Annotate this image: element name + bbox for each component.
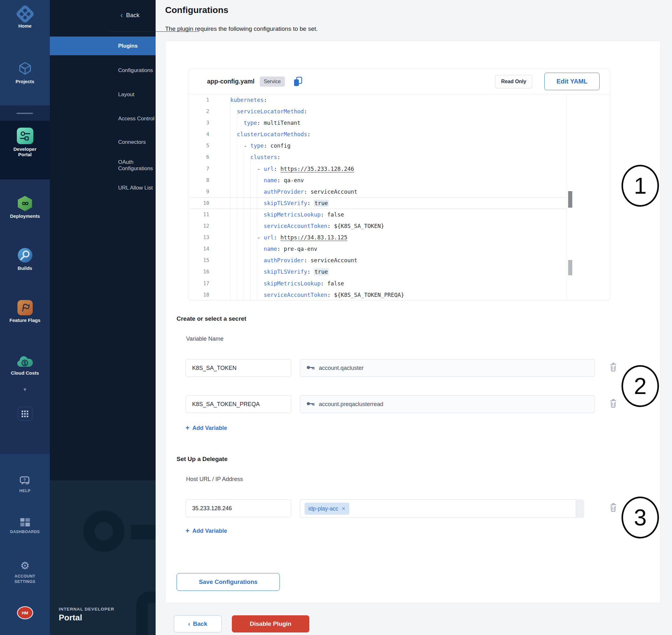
rail-item-deployments[interactable]: Deployments [0,196,50,219]
delegate-tag-label: idp-play-acc [308,505,338,512]
code-text: type: multiTenant [220,117,300,129]
line-number: 11 [188,209,220,220]
sidebar-item-connectors[interactable]: Connectors [50,135,156,150]
sidebar-item-label: Access Control [118,115,154,122]
sidebar-item-url-allow-list[interactable]: URL Allow List [50,180,156,196]
host-url-input[interactable] [186,499,291,517]
line-number: 12 [188,220,220,232]
code-text: serviceAccountToken: ${K8S_SA_TOKEN} [220,220,384,232]
delegate-tag-chip[interactable]: idp-play-acc✕ [305,503,349,514]
delete-delegate-row-icon[interactable] [609,503,618,512]
code-text: name: qa-env [220,175,304,186]
tag-field-end-addon [576,500,583,518]
add-variable-delegate-link[interactable]: + Add Variable [186,527,227,535]
rail-item-label: Home [0,23,50,28]
code-text: - url: https://35.233.128.246 [220,163,354,175]
rail-item-help[interactable]: ?HELP [0,476,50,494]
rail-item-projects[interactable]: Projects [0,61,50,84]
yaml-key: type [250,143,264,149]
line-number: 2 [188,106,220,117]
yaml-value: false [327,212,344,218]
code-line-3: 3 type: multiTenant [188,117,610,129]
yaml-value: pre-qa-env [284,246,317,252]
yaml-value: ${K8S_SA_TOKEN_PREQA} [334,292,404,298]
rail-item-label: Cloud Costs [0,370,50,376]
yaml-key: clusters [250,154,277,160]
cloud-costs-icon: $ [0,355,50,368]
yaml-value: qa-env [284,177,304,183]
yaml-key: serviceAccountToken [264,223,327,229]
yaml-filename: app-config.yaml [207,78,255,85]
sidebar-back-link[interactable]: ‹ Back [121,12,139,19]
edit-yaml-button[interactable]: Edit YAML [544,73,600,90]
rail-item-label: Feature Flags [0,318,50,323]
delegate-section-heading: Set Up a Delegate [177,456,228,463]
yaml-key: skipMetricsLookup [264,212,321,218]
rail-item-cloud-costs[interactable]: $Cloud Costs [0,355,50,376]
plus-icon: + [186,424,190,432]
delete-secret-row-icon[interactable] [609,398,618,408]
chevron-down-icon: ▼ [23,387,27,392]
rail-item-developer-portal[interactable]: DeveloperPortal [0,128,50,157]
copy-icon[interactable] [293,76,303,87]
rail-item-label: ACCOUNTSETTINGS [0,574,50,585]
yaml-value: multiTenant [264,120,300,126]
yaml-value: https://35.233.128.246 [280,166,354,172]
chevron-left-icon: ‹ [121,12,123,19]
rail-expand-chevron[interactable]: ▼ [0,387,50,392]
code-line-5: 5 - type: config [188,140,610,151]
yaml-code-area[interactable]: 1kubernetes:2 serviceLocatorMethod:3 typ… [188,94,610,300]
sidebar-item-label: Connectors [118,139,146,146]
user-avatar[interactable]: HM [0,607,50,618]
add-variable-secret-link[interactable]: + Add Variable [186,424,227,432]
scrollbar-mark-line16[interactable] [568,260,572,275]
rail-item-dashboards[interactable]: DASHBOARDS [0,518,50,535]
code-text: kubernetes: [220,94,267,106]
code-line-8: 8 name: qa-env [188,175,610,186]
line-number: 4 [188,129,220,140]
code-line-11: 11 skipMetricsLookup: false [188,209,610,220]
line-number: 18 [188,289,220,300]
secret-reference-field[interactable]: account.preqaclusterread [300,395,595,413]
save-configurations-button[interactable]: Save Configurations [177,573,280,591]
rail-collapse-handle[interactable] [17,113,33,114]
code-line-14: 14 name: pre-qa-env [188,243,610,255]
back-button[interactable]: ‹Back [174,615,222,632]
scrollbar-mark-line10[interactable] [568,191,572,207]
secret-variable-name-input[interactable] [186,359,291,377]
plus-icon: + [186,527,190,535]
dashboard-icon [0,518,50,527]
code-line-4: 4 clusterLocatorMethods: [188,129,610,140]
line-number: 17 [188,278,220,289]
rail-item-home[interactable]: Home [0,7,50,28]
module-picker-button[interactable] [0,407,50,421]
configurations-card: app-config.yaml Service Read Only Edit Y… [165,41,660,603]
rail-item-label: DeveloperPortal [0,146,50,157]
code-text: - url: https://34.83.13.125 [220,232,347,243]
secret-variable-name-input[interactable] [186,395,291,413]
rail-item-feature-flags[interactable]: Feature Flags [0,300,50,323]
delegate-tags-field[interactable]: idp-play-acc✕ [300,499,584,518]
sidebar-item-plugins[interactable]: Plugins [50,37,156,55]
sidebar-item-label: Plugins [118,43,137,49]
code-text: skipTLSVerify: true [220,266,329,278]
yaml-value: false [327,280,344,287]
read-only-button[interactable]: Read Only [495,75,532,88]
sidebar-item-configurations[interactable]: Configurations [50,63,156,78]
remove-tag-icon[interactable]: ✕ [341,506,346,511]
secret-reference-field[interactable]: account.qacluster [300,359,595,377]
builds-icon [0,247,50,263]
code-line-13: 13 - url: https://34.83.13.125 [188,232,610,243]
yaml-key: skipMetricsLookup [264,280,321,287]
sidebar-item-access-control[interactable]: Access Control [50,111,156,126]
rail-item-builds[interactable]: Builds [0,247,50,271]
code-line-10: 10 skipTLSVerify: true [188,197,610,209]
rail-item-account-settings[interactable]: ⚙ACCOUNTSETTINGS [0,560,50,585]
yaml-key: name [264,177,277,183]
delete-secret-row-icon[interactable] [609,362,618,372]
code-line-15: 15 authProvider: serviceAccount [188,255,610,266]
disable-plugin-button[interactable]: Disable Plugin [232,615,309,632]
sidebar-item-layout[interactable]: Layout [50,87,156,102]
sidebar-item-oauth-configurations[interactable]: OAuth Configurations [50,158,156,173]
yaml-key: clusterLocatorMethods [237,131,307,137]
